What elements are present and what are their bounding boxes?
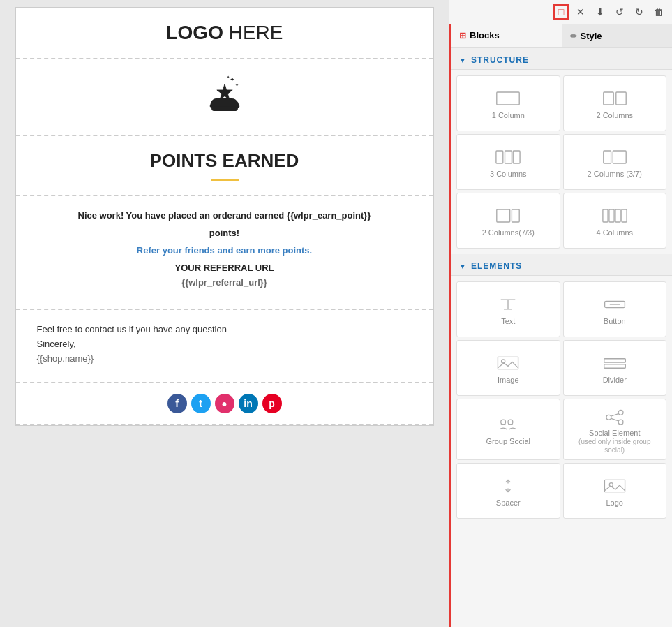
block-4col[interactable]: 4 Columns	[563, 193, 667, 249]
linkedin-icon[interactable]: in	[239, 394, 258, 413]
spacer-icon	[495, 478, 521, 494]
svg-rect-12	[613, 151, 626, 163]
svg-rect-24	[498, 357, 518, 369]
block-1col[interactable]: 1 Column	[456, 75, 560, 131]
svg-rect-14	[512, 209, 520, 222]
social-element-label: Social Element (used only inside group s…	[568, 429, 662, 454]
svg-text:✦: ✦	[229, 76, 234, 83]
email-container: LOGO HERE ✦ ✦ ✦	[15, 7, 434, 426]
trash-icon[interactable]: 🗑	[651, 4, 666, 20]
elements-section-header[interactable]: ▼ ELEMENTS	[451, 254, 672, 276]
undo-icon[interactable]: ↺	[612, 4, 627, 20]
block-spacer[interactable]: Spacer	[456, 463, 560, 519]
button-label: Button	[604, 317, 626, 325]
2col73-icon	[495, 207, 521, 224]
divider-label: Divider	[603, 376, 627, 384]
instagram-icon[interactable]: ●	[215, 394, 234, 413]
logo-normal: HERE	[223, 22, 283, 43]
facebook-icon[interactable]: f	[167, 394, 187, 413]
blocks-tab-label: Blocks	[470, 30, 500, 40]
tab-style[interactable]: ✏ Style	[562, 24, 673, 47]
svg-point-34	[618, 420, 623, 425]
structure-section-header[interactable]: ▼ STRUCTURE	[451, 48, 672, 70]
3col-icon	[495, 149, 521, 165]
referral-url-title: YOUR REFERRAL URL	[44, 263, 405, 273]
svg-marker-3	[216, 84, 232, 99]
svg-rect-11	[604, 151, 611, 163]
refer-text: Refer your friends and earn more points.	[44, 245, 405, 256]
svg-rect-15	[603, 209, 608, 222]
block-group-social[interactable]: Group Social	[456, 399, 560, 460]
text-label: Text	[501, 317, 515, 325]
points-title: POINTS EARNED	[30, 150, 419, 172]
download-icon[interactable]: ⬇	[592, 4, 608, 20]
referral-url: {{wlpr_referral_url}}	[44, 277, 405, 288]
spacer-label: Spacer	[496, 499, 521, 507]
svg-rect-8	[496, 151, 503, 163]
block-button[interactable]: Button	[563, 281, 667, 337]
svg-rect-27	[604, 364, 625, 368]
square-icon[interactable]: □	[553, 4, 569, 20]
message-line1: Nice work! You have placed an orderand e…	[44, 210, 405, 221]
svg-point-29	[508, 420, 513, 425]
block-image[interactable]: Image	[456, 340, 560, 396]
x-icon[interactable]: ✕	[573, 4, 588, 20]
blocks-tab-icon: ⊞	[459, 31, 466, 40]
svg-rect-7	[616, 92, 626, 105]
2col-icon	[602, 90, 627, 107]
2col37-icon	[602, 149, 627, 165]
svg-rect-5	[497, 92, 519, 105]
style-tab-label: Style	[581, 31, 602, 41]
svg-text:✦: ✦	[227, 75, 230, 79]
2col37-label: 2 Columns (3/7)	[588, 170, 642, 178]
elements-chevron: ▼	[459, 263, 467, 270]
top-toolbar: □ ✕ ⬇ ↺ ↻ 🗑	[449, 0, 672, 24]
logo-icon	[602, 478, 627, 494]
svg-line-35	[611, 414, 618, 416]
twitter-icon[interactable]: t	[191, 394, 211, 413]
3col-label: 3 Columns	[490, 170, 527, 178]
block-logo[interactable]: Logo	[563, 463, 667, 519]
block-2col[interactable]: 2 Columns	[563, 75, 667, 131]
logo-bold: LOGO	[165, 22, 223, 43]
block-social-element[interactable]: Social Element (used only inside group s…	[563, 399, 667, 460]
sidebar-tabs: ⊞ Blocks ✏ Style	[451, 24, 672, 48]
elements-title: ELEMENTS	[471, 261, 522, 271]
points-underline	[211, 179, 239, 181]
structure-chevron: ▼	[459, 57, 467, 64]
email-icon-section: ✦ ✦ ✦	[16, 59, 433, 136]
image-icon	[495, 355, 521, 371]
email-preview: LOGO HERE ✦ ✦ ✦	[0, 0, 449, 627]
logo-label: Logo	[606, 499, 623, 507]
email-social-section: f t ● in p	[16, 383, 433, 425]
svg-rect-26	[604, 359, 625, 362]
block-text[interactable]: Text	[456, 281, 560, 337]
social-icons-group: f t ● in p	[27, 394, 423, 413]
redo-icon[interactable]: ↻	[632, 4, 647, 20]
svg-rect-16	[609, 209, 614, 222]
email-message-section: Nice work! You have placed an orderand e…	[16, 196, 433, 310]
email-logo-section: LOGO HERE	[16, 8, 433, 59]
footer-shop: {{shop.name}}	[37, 353, 412, 364]
structure-grid: 1 Column 2 Columns 3 Columns	[451, 70, 672, 254]
svg-rect-9	[505, 151, 512, 163]
group-social-icon	[495, 416, 521, 433]
email-footer-section: Feel free to contact us if you have any …	[16, 310, 433, 383]
svg-line-36	[611, 418, 618, 420]
block-2col37[interactable]: 2 Columns (3/7)	[563, 134, 667, 190]
block-3col[interactable]: 3 Columns	[456, 134, 560, 190]
email-points-section: POINTS EARNED	[16, 136, 433, 196]
svg-text:✦: ✦	[235, 83, 239, 87]
star-icon: ✦ ✦ ✦	[30, 73, 419, 121]
text-icon	[495, 296, 521, 313]
sidebar: □ ✕ ⬇ ↺ ↻ 🗑 ⊞ Blocks ✏ Style ▼ STRUCTURE	[449, 0, 672, 627]
svg-rect-6	[604, 92, 613, 105]
structure-title: STRUCTURE	[471, 55, 529, 65]
divider-icon	[602, 355, 627, 371]
image-label: Image	[498, 376, 519, 384]
block-divider[interactable]: Divider	[563, 340, 667, 396]
tab-blocks[interactable]: ⊞ Blocks	[451, 24, 562, 47]
pinterest-icon[interactable]: p	[262, 394, 282, 413]
block-2col73[interactable]: 2 Columns(7/3)	[456, 193, 560, 249]
message-line2: points!	[44, 228, 405, 238]
